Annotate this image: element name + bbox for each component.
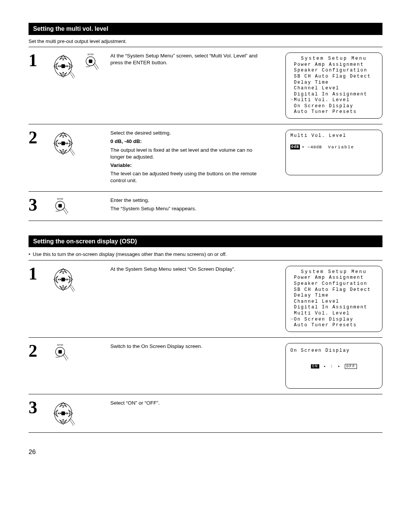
menu-item: Digital In Assignment — [290, 305, 378, 311]
menu-item: Delay Time — [290, 293, 378, 299]
tuning-label-top: TUNING — [61, 133, 66, 134]
tuning-label-bottom: TUNING — [61, 75, 66, 76]
osd-off: OFF — [345, 364, 357, 369]
svg-rect-31 — [62, 278, 65, 281]
menu-item: ☞On Screen Display — [290, 317, 378, 323]
menu-item: Digital In Assignment — [290, 92, 378, 98]
shift-label: SHIFT — [56, 356, 60, 358]
sub-text: The level can be adjusted freely using t… — [110, 170, 264, 184]
page-number: 26 — [29, 448, 382, 457]
colon: : — [330, 364, 333, 368]
sub-heading: Variable: — [110, 162, 264, 169]
enter-button-icon: ENTER SHIFT — [51, 343, 69, 361]
step-number: 1 — [29, 266, 51, 332]
section-header-osd: Setting the on-screen display (OSD) — [29, 235, 382, 248]
cursor-joystick-icon: TUNING TUNING BAND MODE — [51, 400, 75, 427]
lcd-screen: System Setup Menu Power Amp Assignment S… — [285, 52, 382, 119]
step-text: Select the desired settimg. — [110, 130, 264, 137]
step-number: 2 — [29, 343, 51, 389]
osd-step-3: 3 TUNING TUNING BAND MODE Select “ON” or… — [29, 394, 382, 433]
tuning-label-bottom: TUNING — [61, 152, 66, 154]
band-label: BAND — [54, 143, 57, 145]
svg-rect-41 — [62, 411, 65, 415]
osd-step-2: 2 ENTER SHIFT Switch to the On Screen Di… — [29, 337, 382, 394]
menu-item: Multi Vol. Level — [290, 311, 378, 317]
tuning-label-top: TUNING — [61, 56, 66, 57]
menu-item: Auto Tuner Presets — [290, 322, 378, 329]
enter-label: ENTER — [88, 54, 94, 56]
enter-label: ENTER — [57, 198, 63, 200]
menu-item: Power Amp Assignment — [290, 275, 378, 281]
option-c: Variable — [328, 145, 354, 150]
mode-label: MODE — [69, 66, 72, 67]
svg-rect-11 — [62, 65, 65, 68]
menu-item: On Screen Display — [290, 103, 378, 110]
enter-label: ENTER — [57, 344, 63, 346]
mvl-step-2: 2 TUNING TUNING BAND MODE Select the des… — [29, 124, 382, 191]
intro-multi-vol: Set the multi pre-out output level adjus… — [29, 38, 382, 45]
step-text: At the “System Setup Menu” screen, selec… — [110, 52, 264, 66]
menu-item: SB CH Auto Flag Detect — [290, 287, 378, 293]
menu-item: Speaker Configuration — [290, 281, 378, 287]
osd-on: ON — [311, 364, 319, 368]
step-text: The “System Setup Menu” reappears. — [110, 205, 264, 212]
lcd-screen: On Screen Display ON ◂ : ▸ OFF — [285, 343, 382, 389]
option-selected: 0dB — [290, 145, 300, 149]
arrow-right-icon: ▸ — [338, 364, 341, 368]
section-header-multi-vol: Setting the multi vol. level — [29, 23, 382, 35]
shift-label: SHIFT — [56, 210, 60, 212]
menu-item: Channel Level — [290, 299, 378, 305]
cursor-joystick-icon: TUNING TUNING BAND MODE — [51, 52, 75, 80]
lcd-screen: System Setup Menu Power Amp Assignment S… — [285, 266, 382, 332]
step-number: 3 — [29, 197, 51, 215]
cursor-joystick-icon: TUNING TUNING BAND MODE — [51, 266, 75, 293]
menu-item: SB CH Auto Flag Detect — [290, 74, 378, 80]
menu-item: Speaker Configuration — [290, 68, 378, 74]
intro-osd: • Use this to turn the on-screen display… — [29, 251, 382, 258]
menu-item: Auto Tuner Presets — [290, 109, 378, 115]
step-text: At the System Setup Menu select “On Scre… — [110, 266, 264, 273]
step-text: Switch to the On Screen Display screen. — [110, 343, 264, 350]
svg-rect-29 — [58, 204, 62, 207]
step-number: 3 — [29, 400, 51, 427]
mvl-step-1: 1 TUNING TUNING BAND MODE ENTER SHIFT At… — [29, 47, 382, 124]
tuning-label-bottom: TUNING — [61, 422, 66, 424]
mvl-step-3: 3 ENTER SHIFT Enter the setting. The “Sy… — [29, 191, 382, 221]
arrow-icon: ▸ — [302, 145, 305, 149]
screen-title: On Screen Display — [290, 348, 378, 354]
screen-title: Multi Vol. Level — [290, 133, 378, 139]
menu-item: Delay Time — [290, 80, 378, 86]
sub-heading: 0 dB, -40 dB: — [110, 138, 264, 145]
step-text: Select “ON” or “OFF”. — [110, 400, 264, 407]
shift-label: SHIFT — [86, 66, 91, 68]
enter-button-icon: ENTER SHIFT — [51, 197, 69, 215]
step-number: 2 — [29, 130, 51, 186]
tuning-label-top: TUNING — [61, 269, 66, 270]
menu-item: ☞Multi Vol. Level — [290, 97, 378, 103]
svg-rect-19 — [89, 60, 92, 63]
option-b: −40dB — [307, 145, 322, 150]
mode-label: MODE — [69, 413, 72, 414]
band-label: BAND — [54, 66, 57, 67]
screen-title: System Setup Menu — [290, 56, 378, 62]
sub-text: The output level is fixed at the set lev… — [110, 147, 264, 160]
tuning-label-top: TUNING — [61, 403, 66, 404]
osd-toggle: ON ◂ : ▸ OFF — [290, 364, 378, 370]
band-label: BAND — [54, 279, 57, 281]
menu-item: Power Amp Assignment — [290, 62, 378, 68]
enter-button-icon: ENTER SHIFT — [82, 52, 99, 71]
screen-title: System Setup Menu — [290, 269, 378, 275]
lcd-screen: Multi Vol. Level 0dB ▸ −40dB Variable — [285, 130, 382, 175]
mode-label: MODE — [69, 143, 72, 145]
step-number: 1 — [29, 52, 51, 119]
mode-label: MODE — [69, 279, 72, 281]
arrow-left-icon: ◂ — [323, 364, 326, 368]
menu-item: Channel Level — [290, 86, 378, 92]
cursor-joystick-icon: TUNING TUNING BAND MODE — [51, 130, 75, 157]
option-row: 0dB ▸ −40dB Variable — [290, 145, 378, 150]
tuning-label-bottom: TUNING — [61, 288, 66, 290]
osd-step-1: 1 TUNING TUNING BAND MODE At the System … — [29, 260, 382, 337]
svg-rect-39 — [58, 350, 62, 353]
band-label: BAND — [54, 413, 57, 414]
step-text: Enter the setting. — [110, 197, 264, 204]
